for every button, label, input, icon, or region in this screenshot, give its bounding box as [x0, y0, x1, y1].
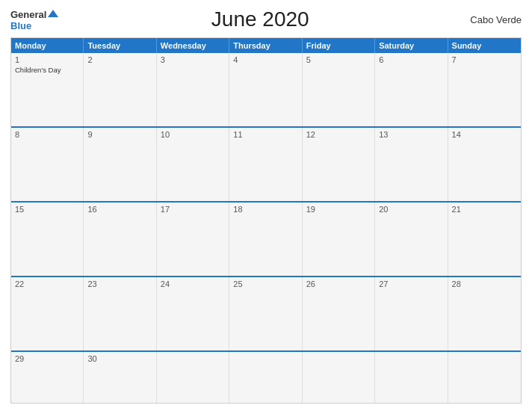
day-number: 11	[233, 130, 297, 139]
day-cell	[448, 352, 521, 403]
day-number: 21	[452, 205, 517, 214]
day-cell: 1Children's Day	[11, 53, 84, 126]
day-cell: 14	[448, 128, 521, 201]
day-number: 10	[161, 130, 225, 139]
day-cell: 23	[84, 277, 156, 350]
logo: General Blue	[10, 7, 58, 31]
day-cell: 24	[157, 277, 229, 350]
day-number: 22	[15, 279, 79, 288]
day-cell: 11	[229, 128, 302, 201]
day-header-wednesday: Wednesday	[157, 38, 229, 53]
day-number: 15	[15, 205, 79, 214]
day-cell: 18	[229, 203, 302, 276]
day-cell: 6	[375, 53, 448, 126]
day-cell: 26	[303, 277, 375, 350]
day-cell: 8	[11, 128, 84, 201]
day-cell: 22	[11, 277, 84, 350]
day-cell	[229, 352, 302, 403]
day-cell: 30	[84, 352, 156, 403]
day-header-sunday: Sunday	[448, 38, 521, 53]
week-row-2: 891011121314	[11, 126, 521, 201]
day-number: 30	[87, 354, 152, 363]
day-number: 14	[452, 130, 517, 139]
day-cell: 29	[11, 352, 84, 403]
logo-blue-text: Blue	[10, 21, 31, 31]
day-number: 19	[306, 205, 371, 214]
day-cell: 3	[157, 53, 229, 126]
day-cell: 20	[375, 203, 448, 276]
day-event: Children's Day	[15, 66, 79, 74]
day-number: 8	[15, 130, 79, 139]
day-number: 27	[379, 279, 443, 288]
day-cell	[157, 352, 229, 403]
day-cell: 10	[157, 128, 229, 201]
day-number: 4	[233, 55, 297, 64]
day-cell: 21	[448, 203, 521, 276]
day-number: 3	[161, 55, 225, 64]
week-row-4: 22232425262728	[11, 276, 521, 350]
day-cell	[375, 352, 448, 403]
day-number: 17	[161, 205, 225, 214]
day-number: 13	[379, 130, 443, 139]
day-header-tuesday: Tuesday	[84, 38, 156, 53]
week-row-3: 15161718192021	[11, 201, 521, 276]
day-number: 7	[452, 55, 517, 64]
day-cell: 17	[157, 203, 229, 276]
day-cell: 2	[84, 53, 156, 126]
week-row-5: 2930	[11, 350, 521, 403]
day-header-thursday: Thursday	[229, 38, 302, 53]
day-cell: 13	[375, 128, 448, 201]
calendar-grid: MondayTuesdayWednesdayThursdayFridaySatu…	[10, 37, 522, 404]
day-number: 25	[233, 279, 297, 288]
day-cell: 25	[229, 277, 302, 350]
country-label: Cabo Verde	[462, 14, 522, 25]
day-headers-row: MondayTuesdayWednesdayThursdayFridaySatu…	[11, 38, 521, 53]
day-cell	[303, 352, 375, 403]
calendar-page: General Blue June 2020 Cabo Verde Monday…	[0, 0, 532, 411]
day-number: 12	[306, 130, 371, 139]
day-cell: 27	[375, 277, 448, 350]
day-cell: 7	[448, 53, 521, 126]
day-number: 5	[306, 55, 371, 64]
day-number: 18	[233, 205, 297, 214]
week-row-1: 1Children's Day234567	[11, 53, 521, 126]
header: General Blue June 2020 Cabo Verde	[10, 7, 522, 31]
logo-triangle-icon	[48, 10, 58, 17]
day-number: 28	[452, 279, 517, 288]
day-cell: 16	[84, 203, 156, 276]
day-number: 20	[379, 205, 443, 214]
logo-general-text: General	[10, 7, 58, 21]
day-cell: 4	[229, 53, 302, 126]
day-number: 26	[306, 279, 371, 288]
weeks-container: 1Children's Day2345678910111213141516171…	[11, 53, 521, 403]
day-number: 9	[87, 130, 152, 139]
day-number: 6	[379, 55, 443, 64]
day-cell: 19	[303, 203, 375, 276]
day-number: 1	[15, 55, 79, 64]
day-number: 2	[87, 55, 152, 64]
day-header-friday: Friday	[303, 38, 375, 53]
day-header-monday: Monday	[11, 38, 84, 53]
day-cell: 9	[84, 128, 156, 201]
day-number: 23	[87, 279, 152, 288]
day-cell: 15	[11, 203, 84, 276]
day-number: 16	[87, 205, 152, 214]
day-cell: 12	[303, 128, 375, 201]
day-cell: 28	[448, 277, 521, 350]
day-header-saturday: Saturday	[375, 38, 448, 53]
day-number: 29	[15, 354, 79, 363]
day-cell: 5	[303, 53, 375, 126]
calendar-title: June 2020	[58, 7, 462, 31]
day-number: 24	[161, 279, 225, 288]
